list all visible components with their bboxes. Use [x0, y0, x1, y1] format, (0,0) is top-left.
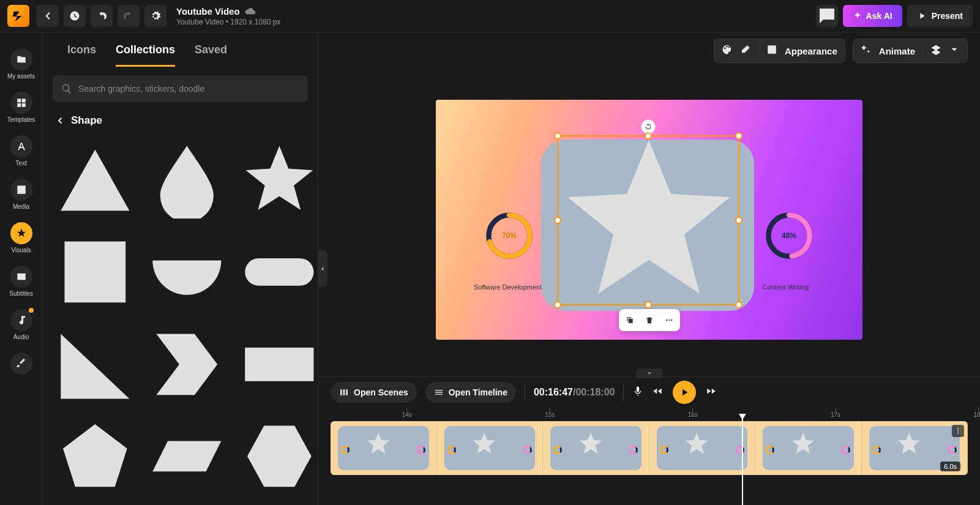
- shape-right-triangle[interactable]: [53, 322, 138, 407]
- clip-duration: 6.0s: [940, 462, 960, 471]
- forward-button[interactable]: [706, 386, 717, 399]
- open-scenes-button[interactable]: Open Scenes: [331, 382, 417, 403]
- back-to-collections[interactable]: Shape: [43, 111, 318, 132]
- svg-point-11: [957, 430, 959, 432]
- stat-label-left: Software Development: [474, 283, 542, 291]
- rewind-button[interactable]: [652, 386, 663, 399]
- shape-half-circle[interactable]: [145, 230, 230, 315]
- clip-menu-button[interactable]: [952, 425, 964, 437]
- comments-button[interactable]: [816, 5, 838, 27]
- image-icon[interactable]: [766, 44, 777, 58]
- chevron-down-icon[interactable]: [949, 44, 960, 58]
- appearance-label[interactable]: Appearance: [785, 46, 837, 56]
- shape-rectangle[interactable]: [237, 322, 318, 407]
- more-button[interactable]: [660, 312, 678, 329]
- ask-ai-label: Ask AI: [866, 11, 892, 21]
- canvas-area: Appearance Animate 70% 48% Soft: [318, 32, 980, 505]
- resize-handle[interactable]: [645, 301, 652, 309]
- svg-rect-1: [245, 258, 313, 286]
- timeline-ruler[interactable]: 14s 15s 16s 17s 18s: [331, 408, 980, 417]
- color-picker-icon[interactable]: [722, 44, 733, 58]
- resize-handle[interactable]: [554, 217, 561, 224]
- visuals-panel: Icons Collections Saved Shape: [43, 32, 318, 505]
- title-block: Youtube Video Youtube Video • 1920 x 108…: [176, 6, 811, 26]
- search-input[interactable]: [78, 84, 299, 94]
- collapse-panel-button[interactable]: [318, 250, 327, 287]
- stat-ring-left: 70%: [484, 210, 535, 261]
- settings-button[interactable]: [144, 5, 166, 27]
- resize-handle[interactable]: [554, 301, 561, 309]
- resize-handle[interactable]: [735, 132, 742, 140]
- collapse-timeline-button[interactable]: [636, 368, 663, 378]
- stat-label-right: Content Writing: [762, 283, 809, 291]
- mic-button[interactable]: [632, 386, 643, 399]
- canvas[interactable]: 70% 48% Software Development Content Wri…: [436, 100, 862, 340]
- magic-icon[interactable]: [861, 44, 872, 58]
- rail-audio[interactable]: Audio: [0, 305, 42, 344]
- history-button[interactable]: [64, 5, 86, 27]
- shape-triangle[interactable]: [53, 138, 138, 223]
- search-icon: [61, 83, 72, 94]
- shape-pill[interactable]: [237, 230, 318, 315]
- redo-button[interactable]: [118, 5, 140, 27]
- selection-toolbar: [619, 309, 680, 331]
- svg-point-7: [665, 320, 667, 321]
- duplicate-button[interactable]: [621, 312, 638, 329]
- play-button[interactable]: [673, 381, 696, 404]
- rail-templates[interactable]: Templates: [0, 88, 42, 127]
- playhead[interactable]: [742, 417, 743, 505]
- canvas-toolbar: Appearance Animate: [318, 32, 980, 69]
- tab-saved[interactable]: Saved: [195, 43, 227, 67]
- resize-handle[interactable]: [735, 301, 742, 309]
- search-box[interactable]: [53, 75, 308, 102]
- tab-icons[interactable]: Icons: [67, 43, 96, 67]
- layers-icon[interactable]: [930, 44, 941, 58]
- audio-icon: [10, 309, 32, 331]
- open-timeline-button[interactable]: Open Timeline: [425, 382, 516, 403]
- timeline-clip[interactable]: 6.0s: [331, 421, 968, 475]
- ask-ai-button[interactable]: Ask AI: [843, 5, 902, 27]
- app-logo: [7, 5, 29, 27]
- tab-collections[interactable]: Collections: [116, 43, 175, 67]
- rail-my-assets[interactable]: My assets: [0, 45, 42, 83]
- rail-visuals[interactable]: Visuals: [0, 219, 42, 257]
- resize-handle[interactable]: [554, 132, 561, 140]
- rail-text[interactable]: Text: [0, 132, 42, 170]
- svg-rect-0: [64, 242, 125, 303]
- shape-chevron[interactable]: [145, 322, 230, 407]
- undo-button[interactable]: [91, 5, 113, 27]
- shape-pentagon[interactable]: [53, 414, 138, 499]
- resize-handle[interactable]: [645, 132, 652, 140]
- svg-point-10: [957, 428, 959, 430]
- resize-handle[interactable]: [735, 217, 742, 224]
- collection-title: Shape: [71, 114, 102, 127]
- animate-label[interactable]: Animate: [879, 46, 915, 56]
- subtitles-icon: [10, 266, 32, 288]
- text-icon: [10, 135, 32, 157]
- shapes-grid: [43, 132, 318, 505]
- folder-icon: [10, 48, 32, 70]
- shape-hexagon[interactable]: [237, 414, 318, 499]
- timeline-track[interactable]: 6.0s: [318, 417, 980, 505]
- shape-star[interactable]: [237, 138, 318, 223]
- rail-media[interactable]: Media: [0, 175, 42, 214]
- brush-icon: [10, 353, 32, 375]
- present-button[interactable]: Present: [907, 5, 973, 27]
- rail-draw[interactable]: [0, 349, 42, 378]
- page-title[interactable]: Youtube Video: [176, 6, 240, 17]
- timeline-icon: [434, 387, 444, 397]
- svg-point-9: [670, 320, 671, 321]
- back-button[interactable]: [37, 5, 59, 27]
- selection-box[interactable]: [557, 135, 739, 305]
- top-header: Youtube Video Youtube Video • 1920 x 108…: [0, 0, 980, 32]
- visuals-icon: [10, 222, 32, 244]
- appearance-group: Appearance: [714, 39, 845, 63]
- scenes-icon: [339, 387, 349, 397]
- shape-square[interactable]: [53, 230, 138, 315]
- shape-drop[interactable]: [145, 138, 230, 223]
- timeline: Open Scenes Open Timeline 00:16:47/00:18…: [318, 376, 980, 505]
- eraser-icon[interactable]: [740, 44, 751, 58]
- delete-button[interactable]: [641, 312, 658, 329]
- rail-subtitles[interactable]: Subtitles: [0, 262, 42, 301]
- shape-parallelogram[interactable]: [145, 414, 230, 499]
